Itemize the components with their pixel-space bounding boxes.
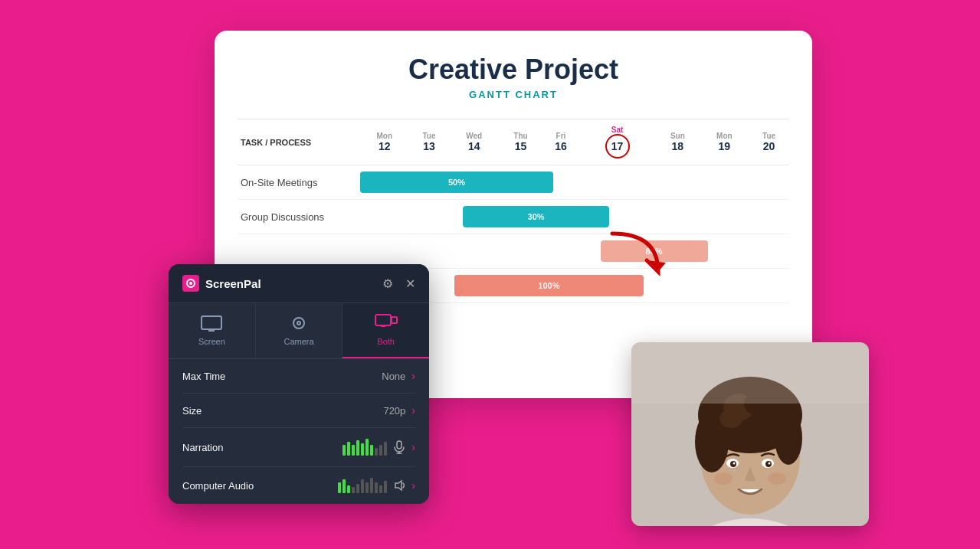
gantt-bar-2: 30% <box>463 206 608 227</box>
day-tue20: Tue20 <box>749 119 789 165</box>
svg-point-25 <box>719 410 742 428</box>
setting-value-narration: › <box>343 439 415 456</box>
svg-rect-3 <box>202 316 221 329</box>
day-mon19: Mon19 <box>700 119 749 165</box>
mode-screen-label: Screen <box>198 337 225 346</box>
day-thu15: Thu15 <box>499 119 542 165</box>
mode-btn-screen[interactable]: Screen <box>169 303 256 358</box>
svg-marker-14 <box>395 481 402 490</box>
size-chevron: › <box>411 404 415 417</box>
day-sun18: Sun18 <box>655 119 700 165</box>
audio-bars <box>338 478 387 493</box>
task-name-1: On-Site Meetings <box>238 165 360 200</box>
mode-buttons: Screen Camera Both <box>169 303 429 359</box>
setting-value-maxtime: None › <box>382 370 415 382</box>
maxtime-value: None <box>382 371 405 382</box>
task-name-3 <box>238 234 360 269</box>
panel-header: ScreenPal ⚙ ✕ <box>169 264 429 303</box>
svg-rect-11 <box>397 441 402 449</box>
mode-camera-label: Camera <box>284 337 313 346</box>
gantt-bar-1: 50% <box>360 172 553 193</box>
setting-row-narration[interactable]: Narration <box>182 428 415 467</box>
setting-row-maxtime[interactable]: Max Time None › <box>182 359 415 394</box>
setting-value-audio: › <box>338 478 415 493</box>
day-tue13: Tue13 <box>409 119 450 165</box>
svg-point-2 <box>189 282 192 285</box>
webcam-face <box>631 342 869 526</box>
speaker-icon <box>393 479 405 492</box>
red-arrow-annotation <box>597 226 674 287</box>
setting-row-audio[interactable]: Computer Audio <box>182 467 415 504</box>
screenpal-logo-icon <box>182 275 199 292</box>
svg-rect-9 <box>392 317 397 323</box>
svg-point-22 <box>775 411 802 465</box>
mode-btn-camera[interactable]: Camera <box>256 303 343 358</box>
svg-rect-10 <box>381 325 385 327</box>
svg-rect-34 <box>631 342 869 404</box>
svg-rect-4 <box>208 329 215 332</box>
panel-logo: ScreenPal <box>182 275 261 292</box>
day-sat17-today: Sat 17 <box>579 119 655 165</box>
setting-value-size: 720p › <box>383 404 415 417</box>
gantt-row-3: 80% <box>238 234 789 269</box>
gear-icon[interactable]: ⚙ <box>382 276 393 291</box>
close-icon[interactable]: ✕ <box>405 276 415 291</box>
day-mon12: Mon12 <box>360 119 409 165</box>
audio-chevron: › <box>411 479 415 492</box>
task-header: TASK / PROCESS <box>238 119 360 165</box>
day-wed14: Wed14 <box>449 119 499 165</box>
mic-icon <box>393 440 405 454</box>
gantt-row-2: Group Discussions 30% <box>238 200 789 234</box>
narration-audio-bars <box>343 439 387 456</box>
svg-point-31 <box>769 462 771 465</box>
setting-label-size: Size <box>182 405 202 417</box>
maxtime-chevron: › <box>411 370 415 382</box>
setting-row-size[interactable]: Size 720p › <box>182 394 415 428</box>
setting-label-narration: Narration <box>182 442 223 453</box>
svg-rect-8 <box>375 315 391 325</box>
svg-point-30 <box>733 462 736 465</box>
gantt-row-1: On-Site Meetings 50% <box>238 165 789 200</box>
gantt-subtitle: GANTT CHART <box>238 89 789 100</box>
gantt-header-row: TASK / PROCESS Mon12 Tue13 Wed14 Thu15 F… <box>238 119 789 165</box>
svg-point-7 <box>298 322 300 324</box>
mode-both-label: Both <box>377 337 395 346</box>
webcam-preview <box>631 342 869 526</box>
setting-label-maxtime: Max Time <box>182 371 225 382</box>
screenpal-logo-text: ScreenPal <box>205 277 261 290</box>
day-fri16: Fri16 <box>542 119 579 165</box>
settings-section: Max Time None › Size 720p › Narration <box>169 359 429 504</box>
mode-btn-both[interactable]: Both <box>343 303 429 358</box>
size-value: 720p <box>383 405 405 417</box>
task-name-2: Group Discussions <box>238 200 360 234</box>
gantt-title: Creative Project <box>238 54 789 86</box>
screenpal-panel: ScreenPal ⚙ ✕ Screen Camera <box>169 264 429 504</box>
panel-header-actions: ⚙ ✕ <box>382 276 415 291</box>
setting-label-audio: Computer Audio <box>182 480 254 492</box>
svg-point-33 <box>768 472 786 485</box>
narration-chevron: › <box>411 441 415 453</box>
svg-point-32 <box>714 472 733 485</box>
